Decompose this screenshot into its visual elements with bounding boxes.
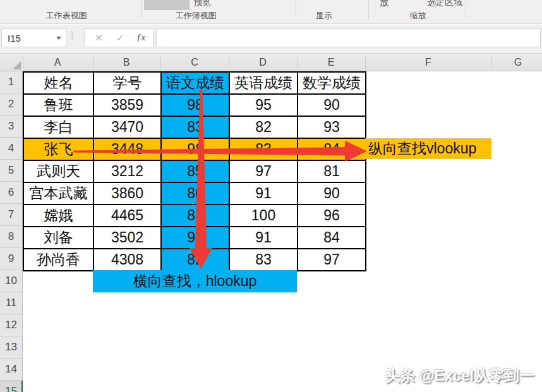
table-row: 武则天 3212 85 97 81 xyxy=(23,160,366,182)
cell[interactable]: 3448 xyxy=(93,138,161,160)
table-header-row: 姓名 学号 语文成绩 英语成绩 数学成绩 xyxy=(23,72,366,94)
watermark-text: 头条 @Excel从零到一 xyxy=(385,365,534,386)
vlookup-callout-cell[interactable]: 纵向查找vlookup xyxy=(365,138,491,159)
cell[interactable]: 84 xyxy=(298,227,366,249)
cell[interactable]: 嫦娥 xyxy=(23,205,93,227)
cell[interactable]: 81 xyxy=(298,160,366,182)
cell[interactable]: 83 xyxy=(161,116,229,138)
ribbon-partial-button-icon[interactable] xyxy=(144,0,190,10)
row-header-12[interactable]: 12 xyxy=(0,314,22,336)
formula-input[interactable] xyxy=(156,28,541,47)
row-header-15-selected[interactable]: 15 xyxy=(0,381,22,392)
cell[interactable]: 83 xyxy=(161,205,229,227)
cell[interactable]: 李白 xyxy=(23,116,93,138)
table-row-highlighted-yellow: 张飞 3448 98 83 84 xyxy=(23,138,366,160)
header-cell-english[interactable]: 英语成绩 xyxy=(229,72,298,94)
ribbon-group-workbook-views: 工作簿视图 xyxy=(176,10,217,21)
cell[interactable]: 3860 xyxy=(93,182,161,205)
separator-dots-icon: ⁞ xyxy=(71,30,73,40)
hlookup-callout-merged-cell[interactable]: 横向查找，hlookup xyxy=(93,270,297,292)
column-header-c[interactable]: C xyxy=(191,57,198,68)
cancel-icon[interactable]: ✕ xyxy=(95,32,103,44)
ribbon-zoom-to-selection-button[interactable]: 选定区域 xyxy=(427,0,462,8)
cell[interactable]: 3212 xyxy=(93,160,161,182)
cell[interactable]: 93 xyxy=(298,116,366,138)
cell[interactable]: 3470 xyxy=(93,116,161,138)
row-header-5[interactable]: 5 xyxy=(0,160,22,182)
cell[interactable]: 3859 xyxy=(93,94,161,116)
table-row: 宫本武藏 3860 86 91 90 xyxy=(23,182,366,205)
column-header-d[interactable]: D xyxy=(259,57,267,68)
header-cell-math[interactable]: 数学成绩 xyxy=(298,72,366,94)
cell[interactable]: 刘备 xyxy=(23,227,93,249)
column-header-a[interactable]: A xyxy=(54,57,61,68)
cell[interactable]: 98 xyxy=(161,94,229,116)
name-box[interactable]: I15 xyxy=(1,28,66,47)
header-cell-name[interactable]: 姓名 xyxy=(23,72,93,94)
ribbon-group-zoom: 缩放 xyxy=(410,10,426,21)
select-all-triangle-icon xyxy=(13,61,21,69)
row-header-3[interactable]: 3 xyxy=(0,116,22,138)
cell[interactable]: 3502 xyxy=(93,227,161,249)
header-cell-id[interactable]: 学号 xyxy=(93,72,161,94)
ribbon-preview-button[interactable]: 预览 xyxy=(193,0,211,8)
insert-function-icon[interactable]: ƒx xyxy=(136,32,145,43)
ribbon-group-sheet-view: 工作表视图 xyxy=(46,10,87,21)
column-header-strip: A B C D E F G xyxy=(0,54,542,71)
student-score-table: 姓名 学号 语文成绩 英语成绩 数学成绩 鲁班 3859 98 95 90 李白… xyxy=(23,71,366,271)
select-all-corner[interactable] xyxy=(0,54,23,71)
cell[interactable]: 98 xyxy=(161,138,229,160)
cell[interactable]: 97 xyxy=(298,249,366,271)
ribbon-strip: 预览 放 选定区域 工作表视图 工作簿视图 显示 缩放 xyxy=(0,0,542,24)
cell[interactable]: 84 xyxy=(298,138,366,160)
cell[interactable]: 85 xyxy=(161,160,229,182)
row-header-2[interactable]: 2 xyxy=(0,93,22,116)
table-row: 李白 3470 83 82 93 xyxy=(23,116,366,138)
name-box-dropdown-icon[interactable] xyxy=(56,37,61,40)
cell[interactable]: 90 xyxy=(298,182,366,205)
cell[interactable]: 83 xyxy=(229,138,298,160)
cell[interactable]: 96 xyxy=(298,205,366,227)
row-header-9[interactable]: 9 xyxy=(0,248,22,270)
cell[interactable]: 91 xyxy=(229,182,298,205)
row-header-14[interactable]: 14 xyxy=(0,359,22,381)
row-header-6[interactable]: 6 xyxy=(0,182,22,204)
cell[interactable]: 90 xyxy=(298,94,366,116)
column-header-f[interactable]: F xyxy=(425,57,431,68)
cell[interactable]: 4465 xyxy=(93,205,161,227)
column-header-e[interactable]: E xyxy=(328,57,335,68)
ribbon-zoom-button-cut[interactable]: 放 xyxy=(380,0,388,8)
cell[interactable]: 鲁班 xyxy=(23,94,93,116)
row-header-8[interactable]: 8 xyxy=(0,226,22,248)
cell[interactable]: 97 xyxy=(229,160,298,182)
cell[interactable]: 张飞 xyxy=(23,138,93,160)
row-header-4[interactable]: 4 xyxy=(0,138,22,160)
cell[interactable]: 91 xyxy=(229,227,298,249)
row-header-10[interactable]: 10 xyxy=(0,270,22,292)
enter-icon[interactable]: ✓ xyxy=(116,32,124,44)
row-header-13[interactable]: 13 xyxy=(0,336,22,359)
cell[interactable]: 83 xyxy=(229,249,298,271)
column-header-g[interactable]: G xyxy=(514,57,522,68)
ribbon-separator xyxy=(368,0,369,19)
column-header-b[interactable]: B xyxy=(123,57,130,68)
row-header-11[interactable]: 11 xyxy=(0,292,22,314)
name-box-value: I15 xyxy=(8,33,21,44)
table-row: 刘备 3502 90 91 84 xyxy=(23,227,366,249)
cell[interactable]: 86 xyxy=(161,182,229,205)
cell[interactable]: 武则天 xyxy=(23,160,93,182)
ribbon-separator xyxy=(296,0,296,19)
formula-bar-row: I15 ⁞ ✕ ✓ ƒx xyxy=(0,25,542,54)
cell[interactable]: 孙尚香 xyxy=(23,249,93,271)
header-cell-chinese[interactable]: 语文成绩 xyxy=(161,72,229,94)
cell[interactable]: 95 xyxy=(229,94,298,116)
cell[interactable]: 100 xyxy=(229,205,298,227)
cell[interactable]: 82 xyxy=(229,116,298,138)
cell[interactable]: 4308 xyxy=(93,249,161,271)
cell[interactable]: 82 xyxy=(161,249,229,271)
cell[interactable]: 90 xyxy=(161,227,229,249)
ribbon-group-show: 显示 xyxy=(316,10,332,21)
row-header-1[interactable]: 1 xyxy=(0,71,22,93)
cell[interactable]: 宫本武藏 xyxy=(23,182,93,205)
row-header-7[interactable]: 7 xyxy=(0,204,22,226)
